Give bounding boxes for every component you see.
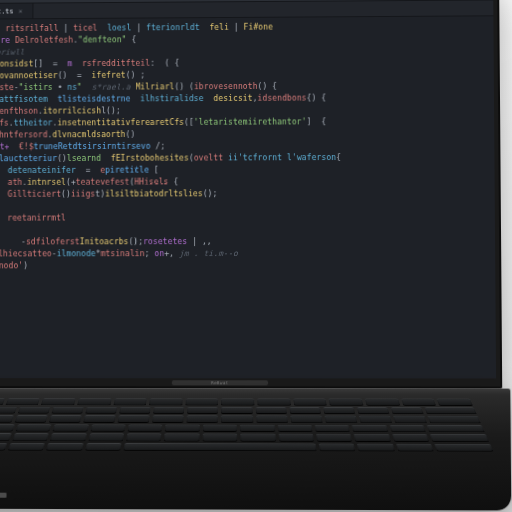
tab-file-0[interactable]: rietriellt.ts ×: [0, 4, 33, 19]
editor-screen: Rosoalite Vilderitstloitdenosenls ⋯ riet…: [0, 0, 496, 378]
port-icon: [0, 493, 7, 498]
laptop-base: [0, 388, 511, 510]
tab-label: rietriellt.ts: [0, 7, 14, 15]
screen-bezel: Rosoalite Vilderitstloitdenosenls ⋯ riet…: [0, 0, 502, 389]
code-area[interactable]: set ritsrilfall | ticel loesl | fterionr…: [0, 16, 496, 378]
editor-surface[interactable]: 123456789101112131415161718192021 set ri…: [0, 16, 496, 378]
laptop: Rosoalite Vilderitstloitdenosenls ⋯ riet…: [0, 0, 512, 512]
ports: [0, 493, 16, 501]
scene: Rosoalite Vilderitstloitdenosenls ⋯ riet…: [0, 0, 512, 512]
brand-label: ReBwat: [172, 380, 268, 385]
keyboard: [0, 398, 494, 451]
close-icon[interactable]: ×: [18, 7, 22, 15]
